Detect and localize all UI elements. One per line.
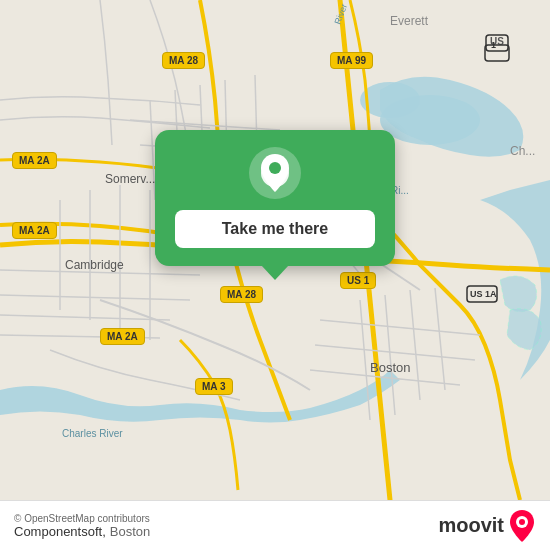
route-badge-ma28-1: MA 28 [162,52,205,69]
moovit-logo: moovit [438,509,536,543]
svg-text:US 1A: US 1A [470,289,497,299]
map-container: Everett US 1 Ch... US 1A River MA 2A MA … [0,0,550,500]
route-badge-ma99: MA 99 [330,52,373,69]
route-badge-ma3: MA 3 [195,378,233,395]
route-badge-ma2a-1: MA 2A [12,152,57,169]
label-cambridge: Cambridge [65,258,124,272]
label-somerville: Somerv... [105,172,155,186]
svg-text:Ch...: Ch... [510,144,535,158]
svg-point-39 [519,519,525,525]
route-badge-ma2a-2: MA 2A [12,222,57,239]
route-badge-ma28-2: MA 28 [220,286,263,303]
organization-text: Componentsoft, [14,524,106,539]
take-me-there-button[interactable]: Take me there [175,210,375,248]
footer-bar: © OpenStreetMap contributors Componentso… [0,500,550,550]
footer-left: © OpenStreetMap contributors Componentso… [14,513,150,539]
moovit-text: moovit [438,514,504,537]
moovit-pin-icon [508,509,536,543]
label-charles-river: Charles River [62,428,123,439]
city-text: Boston [110,524,150,539]
label-boston: Boston [370,360,410,375]
copyright-text: © OpenStreetMap contributors [14,513,150,524]
route-badge-us1: US 1 [340,272,376,289]
location-pin-icon [248,146,302,200]
route-badge-ma2a-3: MA 2A [100,328,145,345]
svg-text:Everett: Everett [390,14,429,28]
popup-card: Take me there [155,130,395,266]
svg-point-37 [269,162,281,174]
